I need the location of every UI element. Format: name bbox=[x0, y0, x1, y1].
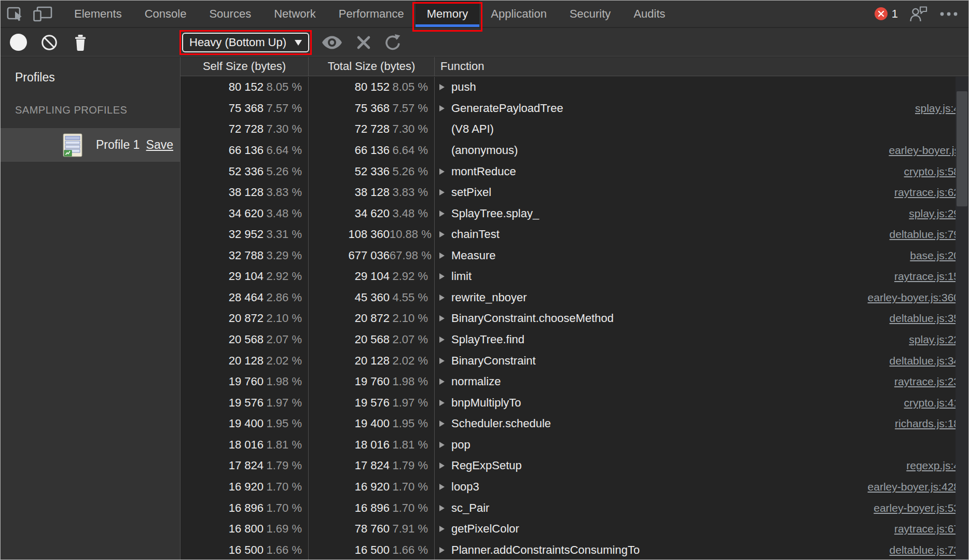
console-error-badge[interactable]: 1 bbox=[875, 7, 898, 21]
expand-arrow-icon[interactable] bbox=[439, 526, 451, 532]
table-row[interactable]: 19 400 1.95 % 19 400 1.95 % Scheduler.sc… bbox=[181, 413, 968, 435]
source-location-link[interactable]: deltablue.js:73 bbox=[879, 544, 956, 556]
source-location-link[interactable]: raytrace.js:23 bbox=[884, 375, 956, 388]
table-row[interactable]: 18 016 1.81 % 18 016 1.81 % pop bbox=[181, 435, 968, 456]
profile-item-profile-1[interactable]: Profile 1 Save bbox=[1, 128, 180, 162]
expand-arrow-icon[interactable] bbox=[439, 105, 451, 111]
expand-arrow-icon[interactable] bbox=[439, 84, 451, 90]
source-location-link[interactable]: regexp.js:4 bbox=[896, 459, 956, 472]
expand-arrow-icon[interactable] bbox=[439, 358, 451, 364]
source-location-link[interactable]: earley-boyer.js bbox=[878, 144, 956, 157]
feedback-icon[interactable] bbox=[909, 5, 928, 23]
tab-sources[interactable]: Sources bbox=[198, 1, 262, 27]
expand-arrow-icon[interactable] bbox=[439, 400, 451, 406]
table-row[interactable]: 20 568 2.07 % 20 568 2.07 % SplayTree.fi… bbox=[181, 329, 968, 351]
table-row[interactable]: 32 788 3.29 % 677 036 67.98 % Measure ba… bbox=[181, 245, 968, 267]
expand-arrow-icon[interactable] bbox=[439, 273, 451, 279]
function-cell: sc_Pair earley-boyer.js:53 bbox=[435, 497, 956, 519]
source-location-link[interactable]: deltablue.js:79 bbox=[879, 228, 956, 241]
source-location-link[interactable]: earley-boyer.js:53 bbox=[863, 502, 956, 514]
refresh-button[interactable] bbox=[382, 28, 403, 57]
self-size-value: 72 728 bbox=[181, 122, 264, 136]
table-row[interactable]: 29 104 2.92 % 29 104 2.92 % limit raytra… bbox=[181, 266, 968, 287]
table-row[interactable]: 16 896 1.70 % 16 896 1.70 % sc_Pair earl… bbox=[181, 497, 968, 519]
vertical-scrollbar[interactable] bbox=[956, 77, 968, 559]
expand-arrow-icon[interactable] bbox=[439, 169, 451, 175]
more-options-icon[interactable] bbox=[939, 11, 958, 17]
total-size-cell: 29 104 2.92 % bbox=[309, 266, 435, 287]
expand-arrow-icon[interactable] bbox=[439, 442, 451, 448]
table-row[interactable]: 32 952 3.31 % 108 360 10.88 % chainTest … bbox=[181, 224, 968, 245]
delete-profile-button[interactable] bbox=[70, 28, 91, 57]
expand-arrow-icon[interactable] bbox=[439, 421, 451, 427]
expand-arrow-icon[interactable] bbox=[439, 189, 451, 195]
table-row[interactable]: 19 760 1.98 % 19 760 1.98 % normalize ra… bbox=[181, 371, 968, 393]
source-location-link[interactable]: earley-boyer.js:360 bbox=[857, 291, 956, 304]
table-row[interactable]: 72 728 7.30 % 72 728 7.30 % (V8 API) bbox=[181, 119, 968, 140]
expand-arrow-icon[interactable] bbox=[439, 463, 451, 469]
table-row[interactable]: 75 368 7.57 % 75 368 7.57 % GeneratePayl… bbox=[181, 98, 968, 119]
source-location-link[interactable]: crypto.js:58 bbox=[894, 165, 956, 178]
total-size-percent: 1.95 % bbox=[390, 417, 434, 430]
table-row[interactable]: 20 128 2.02 % 20 128 2.02 % BinaryConstr… bbox=[181, 350, 968, 371]
column-header-self-size[interactable]: Self Size (bytes) bbox=[181, 57, 309, 76]
table-row[interactable]: 80 152 8.05 % 80 152 8.05 % push bbox=[181, 77, 968, 98]
tab-elements[interactable]: Elements bbox=[63, 1, 133, 27]
tab-console[interactable]: Console bbox=[133, 1, 198, 27]
expand-arrow-icon[interactable] bbox=[439, 295, 451, 301]
expand-arrow-icon[interactable] bbox=[439, 231, 451, 237]
expand-arrow-icon[interactable] bbox=[439, 505, 451, 511]
view-selector-dropdown[interactable]: Heavy (Bottom Up) bbox=[182, 33, 309, 52]
tab-audits[interactable]: Audits bbox=[622, 1, 676, 27]
table-row[interactable]: 19 576 1.97 % 19 576 1.97 % bnpMultiplyT… bbox=[181, 392, 968, 413]
column-header-function[interactable]: Function bbox=[435, 57, 968, 76]
column-header-total-size[interactable]: Total Size (bytes) bbox=[309, 57, 435, 76]
source-location-link[interactable]: deltablue.js:34 bbox=[879, 355, 956, 367]
self-size-percent: 1.70 % bbox=[264, 480, 308, 494]
expand-arrow-icon[interactable] bbox=[439, 547, 451, 553]
source-location-link[interactable]: splay.js:29 bbox=[898, 207, 956, 220]
save-profile-link[interactable]: Save bbox=[146, 138, 173, 152]
table-row[interactable]: 28 464 2.86 % 45 360 4.55 % rewrite_nboy… bbox=[181, 287, 968, 309]
source-location-link[interactable]: crypto.js:41 bbox=[894, 397, 956, 409]
expand-arrow-icon[interactable] bbox=[439, 211, 451, 217]
close-view-button[interactable] bbox=[353, 28, 374, 57]
total-size-value: 34 620 bbox=[309, 207, 390, 220]
source-location-link[interactable]: base.js:20 bbox=[899, 249, 956, 262]
record-profile-button[interactable] bbox=[9, 28, 27, 57]
expand-arrow-icon[interactable] bbox=[439, 484, 451, 490]
source-location-link[interactable]: earley-boyer.js:428 bbox=[857, 481, 956, 493]
expand-arrow-icon[interactable] bbox=[439, 337, 451, 343]
table-row[interactable]: 52 336 5.26 % 52 336 5.26 % montReduce c… bbox=[181, 161, 968, 182]
inspect-view-button[interactable] bbox=[320, 28, 344, 57]
source-location-link[interactable]: raytrace.js:15 bbox=[884, 270, 956, 283]
table-row[interactable]: 66 136 6.64 % 66 136 6.64 % (anonymous) … bbox=[181, 140, 968, 161]
clear-profiles-button[interactable] bbox=[39, 28, 60, 57]
table-row[interactable]: 16 920 1.70 % 16 920 1.70 % loop3 earley… bbox=[181, 477, 968, 498]
device-toolbar-button[interactable] bbox=[31, 1, 54, 27]
table-row[interactable]: 17 824 1.79 % 17 824 1.79 % RegExpSetup … bbox=[181, 455, 968, 477]
tab-memory[interactable]: Memory bbox=[416, 1, 479, 27]
scrollbar-thumb[interactable] bbox=[957, 91, 967, 206]
function-cell: rewrite_nboyer earley-boyer.js:360 bbox=[435, 287, 956, 309]
source-location-link[interactable]: splay.js:4 bbox=[905, 102, 956, 115]
tab-network[interactable]: Network bbox=[262, 1, 327, 27]
expand-arrow-icon[interactable] bbox=[439, 379, 451, 385]
table-row[interactable]: 34 620 3.48 % 34 620 3.48 % SplayTree.sp… bbox=[181, 203, 968, 224]
expand-arrow-icon[interactable] bbox=[439, 253, 451, 259]
tab-security[interactable]: Security bbox=[558, 1, 622, 27]
table-row[interactable]: 20 872 2.10 % 20 872 2.10 % BinaryConstr… bbox=[181, 308, 968, 329]
inspect-element-button[interactable] bbox=[4, 1, 27, 27]
table-row[interactable]: 38 128 3.83 % 38 128 3.83 % setPixel ray… bbox=[181, 182, 968, 203]
source-location-link[interactable]: splay.js:22 bbox=[898, 333, 956, 346]
table-row[interactable]: 16 800 1.69 % 78 760 7.91 % getPixelColo… bbox=[181, 519, 968, 540]
error-count: 1 bbox=[892, 7, 898, 21]
source-location-link[interactable]: deltablue.js:35 bbox=[879, 312, 956, 325]
source-location-link[interactable]: richards.js:18 bbox=[884, 417, 956, 430]
source-location-link[interactable]: raytrace.js:62 bbox=[884, 186, 956, 199]
table-row[interactable]: 16 500 1.66 % 16 500 1.66 % Planner.addC… bbox=[181, 539, 968, 559]
tab-performance[interactable]: Performance bbox=[327, 1, 416, 27]
tab-application[interactable]: Application bbox=[479, 1, 558, 27]
source-location-link[interactable]: raytrace.js:67 bbox=[884, 523, 956, 535]
expand-arrow-icon[interactable] bbox=[439, 315, 451, 321]
